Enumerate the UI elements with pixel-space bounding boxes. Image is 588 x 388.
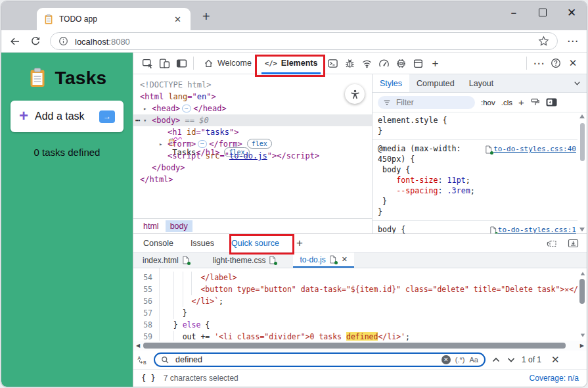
tab-computed[interactable]: Computed [409,74,462,92]
storage-box-icon[interactable] [409,55,426,72]
css-rule-line[interactable]: } [373,196,577,206]
scroll-right-arrow[interactable]: ▶ [580,343,584,349]
replace-toggle-icon[interactable]: AB [137,354,148,365]
scroll-up-arrow[interactable] [579,114,585,118]
help-icon[interactable] [547,55,564,72]
dock-side-button[interactable] [173,55,190,72]
devtools-menu-icon[interactable]: ⋯ [530,55,547,72]
code-vertical-scrollbar[interactable] [579,270,586,339]
stylesheet-link[interactable]: to-do-styles.css:1 [489,225,576,233]
performance-gauge-icon[interactable] [375,55,392,72]
code-line[interactable]: out += '<li class="divider">0 tasks defi… [160,331,578,341]
scroll-up-arrow[interactable] [580,272,584,276]
scrollbar-thumb[interactable] [143,343,566,349]
accessibility-overlay-button[interactable] [345,84,365,104]
submit-task-button[interactable]: → [99,110,115,123]
scroll-left-arrow[interactable]: ◀ [136,343,140,349]
inline-expand-button[interactable]: ⋯ [182,105,191,112]
device-emulation-button[interactable] [156,55,173,72]
tab-issues[interactable]: Issues [191,239,214,248]
tab-welcome[interactable]: Welcome [197,53,258,74]
chevron-down-icon[interactable] [573,79,581,87]
expand-drawer-icon[interactable] [568,238,579,249]
new-tab-button[interactable]: + [202,9,210,24]
bookmark-star-icon[interactable] [538,36,549,47]
inline-expand-button[interactable]: ⋯ [198,140,207,148]
regex-toggle[interactable]: (.*) [455,356,465,364]
back-icon[interactable] [9,36,21,47]
dom-tree-node[interactable]: <h1 id="tasks"> Tasks</h1>flex [133,126,372,138]
code-line[interactable]: </li>`; [160,295,578,307]
tab-console[interactable]: Console [143,239,173,248]
scrollbar-thumb[interactable] [580,123,585,161]
css-rule-line[interactable]: font-size: 11pt; [373,175,577,185]
close-file-icon[interactable]: ✕ [342,255,348,264]
css-rule-line[interactable]: body {to-do-styles.css:1 [373,224,577,233]
memory-chip-icon[interactable] [392,55,409,72]
refresh-icon[interactable] [30,36,41,47]
dom-tree-node[interactable]: ▸<form>⋯</form>flex [133,138,372,150]
code-editor[interactable]: 545556575859 </label> <button type="butt… [133,268,587,341]
css-rule-line[interactable]: } [373,126,577,136]
dom-tree-node[interactable]: <html lang="en"> [133,91,372,103]
scroll-down-arrow[interactable] [579,228,585,231]
styles-scrollbar[interactable] [577,112,587,233]
site-info-icon[interactable] [58,36,68,46]
search-input[interactable] [174,354,437,365]
brush-icon[interactable] [530,97,540,107]
clear-search-icon[interactable]: ✕ [441,355,451,364]
scrollbar-thumb[interactable] [579,279,585,304]
file-tab-light-theme-css[interactable]: light-theme.css [206,253,283,268]
add-task-control[interactable]: + Add a task → [11,101,124,132]
tab-close-icon[interactable]: ✕ [171,14,184,25]
stylesheet-link[interactable]: to-do-styles.css:40 [485,144,576,155]
dom-tree-node[interactable]: ▸<head>⋯</head> [133,103,372,114]
window-minimize-button[interactable]: − [504,4,524,21]
debugger-bug-icon[interactable] [341,55,358,72]
expand-arrow-icon[interactable]: ▸ [159,138,162,150]
dom-tree[interactable]: <!DOCTYPE html><html lang="en">▸<head>⋯<… [133,74,372,218]
address-bar[interactable]: localhost:8080 [50,32,558,50]
file-tab-index-html[interactable]: index.html [136,253,196,268]
code-line[interactable]: } else { [160,319,578,331]
dom-tree-node[interactable]: </html> [133,174,372,185]
browser-menu-icon[interactable]: ⋯ [567,36,579,47]
hover-state-toggle[interactable]: :hov [481,99,495,107]
node-more-dots[interactable]: ⋯ [135,114,139,126]
breadcrumb-body[interactable]: body [166,220,192,232]
scroll-down-arrow[interactable] [580,334,584,337]
window-close-button[interactable]: ✕ [562,4,581,21]
css-rule-line[interactable]: 450px) { [373,154,577,164]
css-rule-line[interactable]: @media (max-width:to-do-styles.css:40 [373,143,577,154]
code-content[interactable]: </label> <button type="button" data-task… [160,268,578,341]
console-tool-icon[interactable] [324,55,341,72]
expand-arrow-icon[interactable]: ▸ [143,103,147,114]
dom-tree-node[interactable]: <!DOCTYPE html> [133,79,372,91]
inspect-element-button[interactable] [139,55,156,72]
css-rule-line[interactable]: body { [373,164,577,175]
network-wifi-icon[interactable] [358,55,375,72]
add-drawer-tab-button[interactable]: + [296,237,303,249]
css-rule-line[interactable]: --spacing: .3rem; [373,185,577,196]
next-match-icon[interactable] [507,356,516,364]
pretty-print-button[interactable]: { } [141,374,156,383]
css-rule-line[interactable]: element.style { [373,115,577,126]
tab-elements[interactable]: </> Elements [258,53,325,74]
computed-panel-toggle-icon[interactable] [546,98,557,107]
css-rule-line[interactable]: } [373,206,577,217]
style-filter-field[interactable] [378,96,475,109]
add-tool-button[interactable]: + [426,55,443,72]
code-horizontal-scrollbar[interactable]: ◀ ▶ [133,341,587,351]
undock-drawer-icon[interactable] [546,238,557,249]
tab-styles[interactable]: Styles [373,74,409,92]
close-find-bar-icon[interactable]: ✕ [551,354,560,366]
filter-input[interactable] [395,97,470,108]
css-rules-list[interactable]: element.style {}@media (max-width:to-do-… [373,112,577,233]
code-line[interactable]: } [160,307,578,319]
search-field[interactable]: ✕ (.*) Aa [154,352,486,367]
match-case-toggle[interactable]: Aa [470,356,478,364]
new-style-rule-button[interactable]: + [518,97,524,107]
dom-tree-node[interactable]: ⋯▾<body> == $0 [133,114,372,126]
window-maximize-button[interactable] [533,4,553,21]
code-line[interactable]: </label> [160,272,578,283]
